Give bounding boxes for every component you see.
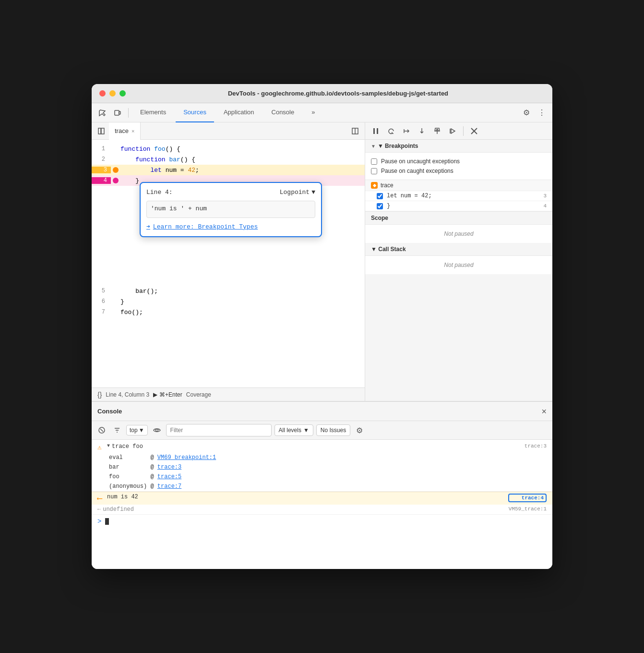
anon-link[interactable]: trace:7 <box>157 483 181 490</box>
file-tab-trace[interactable]: trace × <box>109 122 141 140</box>
bp-line-1: 3 <box>543 193 547 199</box>
learn-more-link[interactable]: ➜ Learn more: Breakpoint Types <box>146 223 315 230</box>
console-toolbar: Console × <box>92 402 552 421</box>
undefined-text: undefined <box>103 506 508 513</box>
maximize-button[interactable] <box>119 90 126 97</box>
foo-link[interactable]: trace:5 <box>157 473 181 480</box>
panel-toggle-icon[interactable] <box>95 125 107 137</box>
tab-more[interactable]: » <box>304 103 322 122</box>
code-line-3: 3 let num = 42; <box>92 165 365 175</box>
console-close-button[interactable]: × <box>541 407 547 416</box>
filter-input[interactable] <box>166 424 272 436</box>
editor-tab-bar: trace × <box>92 122 365 140</box>
popup-type-dropdown[interactable]: Logpoint ▼ <box>280 189 315 196</box>
trace-child-bar: bar @ trace:3 <box>92 462 552 472</box>
cursor[interactable] <box>105 518 109 525</box>
window-title: DevTools - googlechrome.github.io/devtoo… <box>131 90 545 97</box>
clear-console-icon[interactable] <box>95 424 108 436</box>
svg-rect-7 <box>377 128 378 134</box>
debug-divider <box>463 126 464 136</box>
breakpoint-indicator <box>113 167 119 173</box>
levels-dropdown[interactable]: All levels ▼ <box>274 424 313 436</box>
code-line-7: 7 foo(); <box>92 307 365 317</box>
editor-panel: trace × 1 <box>92 122 365 401</box>
scope-status: Not paused <box>365 225 552 243</box>
levels-arrow-icon: ▼ <box>303 427 309 434</box>
close-button[interactable] <box>99 90 106 97</box>
title-bar: DevTools - googlechrome.github.io/devtoo… <box>92 84 552 103</box>
link-arrow-icon: ➜ <box>146 223 150 230</box>
group-collapse-icon[interactable]: ▼ <box>107 443 110 448</box>
breakpoints-header[interactable]: ▼ ▼ Breakpoints <box>365 140 552 153</box>
console-settings-icon[interactable]: ⚙ <box>353 424 366 436</box>
pause-button[interactable] <box>369 124 382 138</box>
svg-rect-2 <box>98 128 101 134</box>
device-icon[interactable] <box>111 106 124 120</box>
tab-application[interactable]: Application <box>216 103 262 122</box>
context-selector[interactable]: top ▼ <box>126 425 148 435</box>
console-entry-trace: ⚠ ▼ trace foo trace:3 <box>92 442 552 453</box>
status-bar: {} Line 4, Column 3 ▶ ⌘+Enter Coverage <box>92 387 365 401</box>
scope-header[interactable]: Scope <box>365 212 552 225</box>
continue-icon[interactable] <box>446 124 459 138</box>
file-close-icon[interactable]: × <box>131 128 134 134</box>
bp-trace-header: ◆ trace <box>365 180 552 191</box>
pause-uncaught-checkbox[interactable] <box>371 158 377 165</box>
svg-line-11 <box>100 429 103 432</box>
code-area[interactable]: 1 function foo() { 2 function bar() { 3 <box>92 140 365 387</box>
editor-end-icon[interactable] <box>349 125 361 137</box>
bar-link[interactable]: trace:3 <box>157 464 181 471</box>
popup-expression-input[interactable]: 'num is ' + num <box>146 201 315 218</box>
step-out-icon[interactable] <box>430 124 444 138</box>
pause-uncaught-row: Pause on uncaught exceptions <box>371 157 547 166</box>
vm59-source[interactable]: VM59_trace:1 <box>508 506 547 512</box>
minimize-button[interactable] <box>109 90 116 97</box>
code-line-1: 1 function foo() { <box>92 144 365 154</box>
settings-icon[interactable]: ⚙ <box>520 106 533 120</box>
trace4-source[interactable]: trace:4 <box>508 494 547 502</box>
callstack-header[interactable]: ▼ Call Stack <box>365 243 552 256</box>
bp-checkbox-1[interactable] <box>377 193 383 199</box>
tab-console[interactable]: Console <box>264 103 302 122</box>
breakpoints-list: ◆ trace let num = 42; 3 } 4 <box>365 180 552 212</box>
popup-header: Line 4: Logpoint ▼ <box>146 189 315 196</box>
bp-item-2: } 4 <box>365 201 552 211</box>
bp-item-1: let num = 42; 3 <box>365 191 552 201</box>
context-arrow-icon: ▼ <box>139 427 144 434</box>
eye-icon[interactable] <box>151 424 163 436</box>
deactivate-icon[interactable] <box>467 124 481 138</box>
filter-icon[interactable] <box>111 424 123 436</box>
logpoint-indicator <box>113 178 119 183</box>
console-filter-bar: top ▼ All levels ▼ No Issues ⚙ <box>92 421 552 440</box>
editor-location: Line 4, Column 3 <box>106 391 149 398</box>
bp-label-2: } <box>387 203 390 209</box>
pause-caught-checkbox[interactable] <box>371 168 377 174</box>
trace-child-anon: (anonymous) @ trace:7 <box>92 482 552 491</box>
no-issues-button[interactable]: No Issues <box>316 424 350 436</box>
bp-line-2: 4 <box>543 203 547 209</box>
warning-icon: ⚠ <box>97 443 105 451</box>
output-icon: ⟵ <box>97 494 105 503</box>
more-icon[interactable]: ⋮ <box>535 106 549 120</box>
dropdown-arrow-icon: ▼ <box>311 189 315 196</box>
toolbar-right: ⚙ ⋮ <box>520 106 549 120</box>
eval-link[interactable]: VM69_breakpoint:1 <box>157 454 216 461</box>
tab-elements[interactable]: Elements <box>132 103 174 122</box>
tab-bar: Elements Sources Application Console » ⚙… <box>92 103 552 122</box>
run-button[interactable]: ▶ ⌘+Enter <box>153 391 182 398</box>
console-entry-undefined: ← undefined VM59_trace:1 <box>92 505 552 514</box>
console-entry-numis: ⟵ num is 42 trace:4 <box>92 492 552 505</box>
divider <box>128 108 129 118</box>
reload-icon[interactable] <box>384 124 398 138</box>
console-content: ⚠ ▼ trace foo trace:3 eval @ VM69_breakp… <box>92 440 552 569</box>
tab-sources[interactable]: Sources <box>176 103 214 122</box>
trace-source[interactable]: trace:3 <box>508 443 547 449</box>
bp-checkbox-2[interactable] <box>377 203 383 209</box>
trace-child-eval: eval @ VM69_breakpoint:1 <box>92 453 552 462</box>
inspect-icon[interactable] <box>95 106 109 120</box>
devtools-window: DevTools - googlechrome.github.io/devtoo… <box>92 84 552 569</box>
step-into-icon[interactable] <box>415 124 429 138</box>
format-icon[interactable]: {} <box>97 391 102 399</box>
step-over-icon[interactable] <box>400 124 413 138</box>
callstack-status: Not paused <box>365 256 552 274</box>
